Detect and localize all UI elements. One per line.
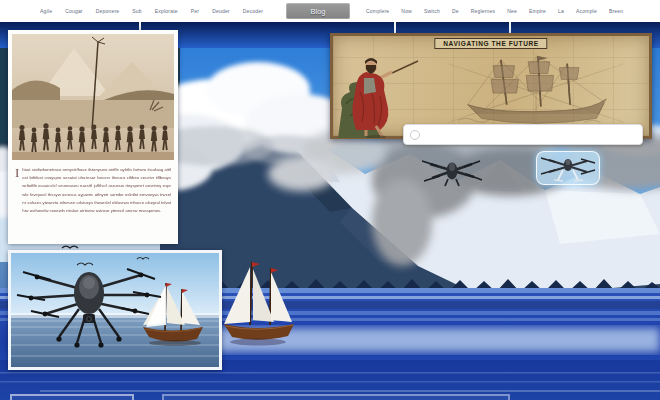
search-input[interactable] <box>420 125 636 144</box>
card-title: NAVIGATING THE FUTURE <box>434 38 547 49</box>
collage-frame-box <box>10 394 134 400</box>
nav-item[interactable]: La <box>558 8 564 14</box>
nav-item[interactable]: Explorate <box>155 8 178 14</box>
article-text-block: I Itaut sedtwhonetrase ormystrfhave ilst… <box>12 160 174 215</box>
drone-over-sea-image <box>11 253 219 367</box>
drone-photo <box>8 250 222 370</box>
vintage-ship-illustration <box>431 54 641 132</box>
search-icon <box>410 130 420 140</box>
highlighted-drone-icon <box>537 152 599 184</box>
article-panel: I Itaut sedtwhonetrase ormystrfhave ilst… <box>8 30 178 244</box>
nav-item[interactable]: Cougar <box>65 8 83 14</box>
drone-hotspot[interactable] <box>536 151 600 185</box>
navigating-future-card: NAVIGATING THE FUTURE <box>330 33 652 139</box>
top-nav: Agile Cougar Deponere Sub Explorate Per … <box>0 0 660 22</box>
nav-item[interactable]: Nee <box>507 8 517 14</box>
nav-item[interactable]: Acomple <box>576 8 597 14</box>
nav-item[interactable]: Reglernes <box>471 8 496 14</box>
nav-item[interactable]: Decoder <box>243 8 263 14</box>
blog-page: Agile Cougar Deponere Sub Explorate Per … <box>0 0 660 400</box>
nav-item[interactable]: Switch <box>424 8 440 14</box>
nav-item[interactable]: Breen <box>609 8 623 14</box>
nav-item[interactable]: Sub <box>132 8 142 14</box>
card-search-bar <box>403 124 643 145</box>
nav-item-blog-active[interactable]: Blog <box>286 3 350 19</box>
nav-item[interactable]: Agile <box>40 8 52 14</box>
vintage-engraving-image <box>12 34 174 160</box>
nav-item[interactable]: Deponere <box>96 8 120 14</box>
nav-item[interactable]: Deuder <box>212 8 230 14</box>
nav-item[interactable]: Per <box>191 8 199 14</box>
article-dropcap: I <box>15 167 19 215</box>
nav-item[interactable]: Empire <box>529 8 546 14</box>
nav-item[interactable]: Now <box>401 8 412 14</box>
nav-item[interactable]: Complere <box>366 8 389 14</box>
nav-item[interactable]: De <box>452 8 459 14</box>
collage-frame-box <box>162 394 510 400</box>
article-body: Itaut sedtwhonetrase ormystrfhave ilston… <box>22 166 171 215</box>
